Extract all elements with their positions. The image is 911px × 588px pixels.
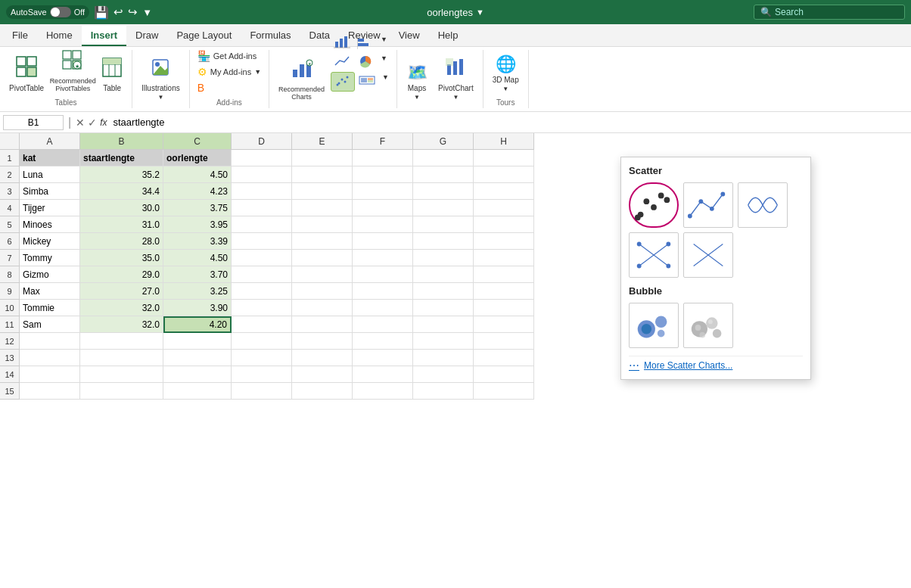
cell-d7[interactable] [232, 250, 292, 266]
tab-insert[interactable]: Insert [82, 26, 126, 46]
cell-e3[interactable] [292, 183, 353, 200]
cell-e14[interactable] [292, 366, 353, 383]
search-box[interactable]: 🔍 Search [754, 5, 905, 20]
scatter-straight-lines-thumb[interactable] [683, 232, 733, 278]
bubble-3d-thumb[interactable] [683, 303, 733, 348]
cell-d10[interactable] [232, 300, 292, 316]
table-button[interactable]: Table [97, 54, 127, 95]
tab-page-layout[interactable]: Page Layout [167, 26, 241, 46]
row-num-12[interactable]: 12 [0, 333, 20, 350]
cell-e11[interactable] [292, 316, 353, 333]
cell-e15[interactable] [292, 383, 353, 400]
cell-g15[interactable] [413, 383, 474, 400]
tab-home[interactable]: Home [37, 26, 82, 46]
cell-a6[interactable]: Mickey [20, 233, 80, 250]
cell-f15[interactable] [353, 383, 413, 400]
row-num-14[interactable]: 14 [0, 366, 20, 383]
more-scatter-charts-link[interactable]: ⋯ More Scatter Charts... [629, 356, 803, 372]
scatter-dots-thumb[interactable] [629, 182, 679, 228]
cell-a13[interactable] [20, 350, 80, 366]
cell-b9[interactable]: 27.0 [80, 283, 163, 300]
cell-c9[interactable]: 3.25 [163, 283, 232, 300]
cell-e1[interactable] [292, 150, 353, 166]
cell-f12[interactable] [353, 333, 413, 350]
cell-h7[interactable] [474, 250, 534, 266]
cell-f6[interactable] [353, 233, 413, 250]
cell-d5[interactable] [232, 216, 292, 233]
cell-c1[interactable]: oorlengte [163, 150, 232, 166]
cell-f8[interactable] [353, 266, 413, 283]
row-num-10[interactable]: 10 [0, 300, 20, 316]
cell-g5[interactable] [413, 216, 474, 233]
cell-f11[interactable] [353, 316, 413, 333]
cell-a12[interactable] [20, 333, 80, 350]
cell-g13[interactable] [413, 350, 474, 366]
cell-h12[interactable] [474, 333, 534, 350]
maps-dropdown[interactable]: ▼ [414, 94, 420, 101]
cell-reference[interactable]: B1 [3, 115, 64, 130]
cell-h13[interactable] [474, 350, 534, 366]
cell-b10[interactable]: 32.0 [80, 300, 163, 316]
cell-g11[interactable] [413, 316, 474, 333]
cell-a3[interactable]: Simba [20, 183, 80, 200]
cell-g1[interactable] [413, 150, 474, 166]
cell-e8[interactable] [292, 266, 353, 283]
col-header-a[interactable]: A [20, 133, 80, 150]
cell-a2[interactable]: Luna [20, 166, 80, 183]
3d-map-dropdown[interactable]: ▼ [502, 86, 508, 92]
my-addins-button[interactable]: ⚙ My Add-ins ▼ [194, 64, 264, 79]
cell-d9[interactable] [232, 283, 292, 300]
pivot-table-button[interactable]: PivotTable [5, 52, 48, 95]
hierarchy-chart-button[interactable] [356, 72, 378, 92]
cell-h1[interactable] [474, 150, 534, 166]
row-num-11[interactable]: 11 [0, 316, 20, 333]
cell-b7[interactable]: 35.0 [80, 250, 163, 266]
pie-dropdown-btn[interactable]: ▼ [378, 53, 390, 71]
cancel-formula-icon[interactable]: ✕ [76, 117, 85, 129]
cell-a9[interactable]: Max [20, 283, 80, 300]
scatter-dropdown-btn[interactable]: ▼ [379, 72, 392, 92]
cell-h4[interactable] [474, 200, 534, 216]
cell-b3[interactable]: 34.4 [80, 183, 163, 200]
col-header-e[interactable]: E [292, 133, 353, 150]
recommended-charts-button[interactable]: ★ RecommendedCharts [274, 55, 329, 104]
bubble-plain-thumb[interactable] [629, 303, 679, 348]
cell-g8[interactable] [413, 266, 474, 283]
cell-h11[interactable] [474, 316, 534, 333]
cell-b5[interactable]: 31.0 [80, 216, 163, 233]
cell-e6[interactable] [292, 233, 353, 250]
cell-g7[interactable] [413, 250, 474, 266]
cell-e5[interactable] [292, 216, 353, 233]
cell-h9[interactable] [474, 283, 534, 300]
scatter-smooth-markers-thumb[interactable] [683, 182, 733, 228]
cell-b4[interactable]: 30.0 [80, 200, 163, 216]
row-num-15[interactable]: 15 [0, 383, 20, 400]
redo-icon[interactable]: ↪ [128, 5, 138, 19]
cell-a8[interactable]: Gizmo [20, 266, 80, 283]
cell-h8[interactable] [474, 266, 534, 283]
cell-f2[interactable] [353, 166, 413, 183]
cell-h3[interactable] [474, 183, 534, 200]
bar-chart-button[interactable] [331, 34, 353, 52]
cell-c7[interactable]: 4.50 [163, 250, 232, 266]
cell-h10[interactable] [474, 300, 534, 316]
cell-d6[interactable] [232, 233, 292, 250]
cell-e4[interactable] [292, 200, 353, 216]
cell-g14[interactable] [413, 366, 474, 383]
cell-g3[interactable] [413, 183, 474, 200]
cell-g12[interactable] [413, 333, 474, 350]
chart-dropdown-btn[interactable]: ▼ [378, 34, 390, 52]
cell-b12[interactable] [80, 333, 163, 350]
column-chart-button[interactable] [354, 34, 377, 52]
cell-e13[interactable] [292, 350, 353, 366]
tab-view[interactable]: View [390, 26, 429, 46]
col-header-g[interactable]: G [413, 133, 474, 150]
cell-c13[interactable] [163, 350, 232, 366]
cell-f5[interactable] [353, 216, 413, 233]
cell-g6[interactable] [413, 233, 474, 250]
cell-d4[interactable] [232, 200, 292, 216]
cell-c14[interactable] [163, 366, 232, 383]
cell-g4[interactable] [413, 200, 474, 216]
recommended-pivot-button[interactable]: ★ RecommendedPivotTables [50, 47, 95, 95]
bing-button[interactable]: B [194, 80, 210, 95]
